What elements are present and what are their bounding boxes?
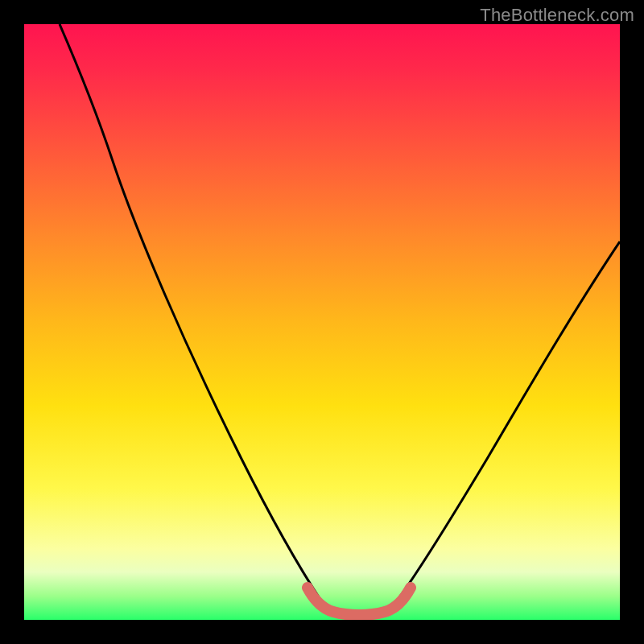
bottleneck-curve	[60, 24, 620, 615]
watermark-text: TheBottleneck.com	[480, 5, 634, 26]
chart-frame: TheBottleneck.com	[0, 0, 644, 644]
curve-layer	[24, 24, 620, 620]
plot-area	[24, 24, 620, 620]
optimal-band-highlight	[308, 588, 411, 615]
